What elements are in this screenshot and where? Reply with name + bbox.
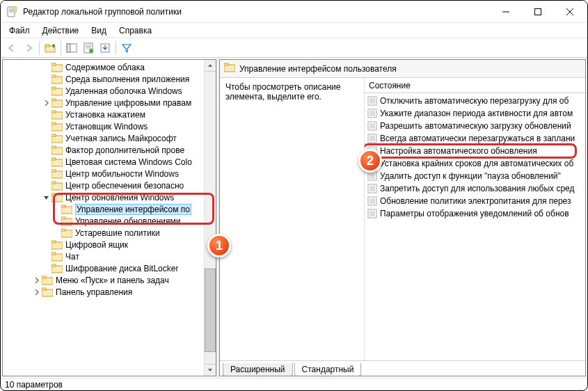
minimize-button[interactable] [490,1,522,22]
tree-toggle-empty [42,240,51,250]
list-item[interactable]: Отключить автоматическую перезагрузку дл… [365,95,585,107]
tree-item-label: Чат [65,252,79,262]
tree-row[interactable]: Цифровой ящик [3,239,216,250]
policy-icon [367,196,377,206]
content-title: Управление интерфейсом пользователя [239,64,397,74]
properties-button[interactable] [80,40,97,56]
content-pane: Управление интерфейсом пользователя Чтоб… [219,59,586,376]
tree-item-label: Центр обновления Windows [65,193,174,202]
forward-button[interactable] [20,40,37,56]
tree-toggle-empty [42,110,51,120]
tree-row[interactable]: Меню «Пуск» и панель задач [3,274,216,286]
settings-list[interactable]: Отключить автоматическую перезагрузку дл… [365,93,585,221]
tree[interactable]: Содержимое облакаСреда выполнения прилож… [3,60,216,376]
tree-item-label: Учетная запись Майкрософт [65,134,177,143]
list-item[interactable]: Удалить доступ к функции "пауза обновлен… [365,170,585,182]
chevron-right-icon[interactable] [32,276,42,285]
tree-row[interactable]: Панель управления [3,286,216,298]
tree-item-label: Цифровой ящик [65,240,128,250]
tree-row[interactable]: Шифрование диска BitLocker [3,262,216,274]
close-button[interactable] [554,1,586,22]
list-item[interactable]: Параметры отображения уведомлений об обн… [365,207,585,220]
tree-toggle-empty [42,157,51,167]
chevron-right-icon[interactable] [32,287,42,297]
tree-row[interactable]: Устаревшие политики [3,227,216,239]
list-item-label: Настройка автоматического обновления [380,146,537,156]
svg-rect-42 [51,193,56,196]
folder-icon [51,74,63,84]
tree-row[interactable]: Фактор дополнительной прове [3,144,216,156]
tree-row[interactable]: Центр обеспечения безопасно [3,179,216,191]
list-item-label: Обновление политики электропитания для п… [380,196,571,206]
tree-item-label: Управление цифровыми правам [65,98,191,108]
svg-rect-10 [45,45,49,47]
policy-icon [367,159,377,168]
up-button[interactable] [42,40,58,56]
svg-rect-38 [51,170,56,172]
tree-row[interactable]: Среда выполнения приложения [3,73,216,85]
tree-toggle-empty [42,63,51,72]
tree-row[interactable]: Центр обновления Windows [3,191,216,203]
svg-rect-76 [368,134,376,143]
main-area: Содержимое облакаСреда выполнения прилож… [1,58,587,378]
list-header[interactable]: Состояние [365,78,585,93]
list-item-label: Отключить автоматическую перезагрузку дл… [380,96,569,106]
chevron-down-icon[interactable] [42,193,51,202]
toolbar-separator [61,41,61,55]
menu-help[interactable]: Справка [113,24,157,37]
chevron-right-icon[interactable] [42,98,51,108]
svg-rect-52 [51,253,56,255]
folder-icon [51,181,63,191]
svg-rect-56 [42,276,46,278]
filter-button[interactable] [118,40,135,56]
folder-icon [224,63,235,74]
tree-row[interactable]: Управление обновлениями, [3,215,216,227]
folder-icon [61,216,72,226]
tree-row[interactable]: Управление цифровыми правам [3,97,216,109]
tree-row[interactable]: Чат [3,250,216,262]
tab-standard[interactable]: Стандартный [294,363,362,376]
list-item[interactable]: Обновление политики электропитания для п… [365,195,585,207]
back-button[interactable] [3,40,20,56]
list-item[interactable]: Разрешить автоматическую загрузку обновл… [365,120,585,132]
tree-row[interactable]: Установка нажатием [3,109,216,120]
menubar: Файл Действие Вид Справка [1,23,587,38]
svg-rect-48 [61,229,65,231]
tree-item-label: Центр обеспечения безопасно [65,181,184,191]
show-hide-tree-button[interactable] [63,40,80,56]
folder-icon [51,264,63,273]
list-item[interactable]: Укажите диапазон периода активности для … [365,107,585,120]
svg-rect-81 [368,147,376,155]
svg-rect-86 [368,159,376,168]
tree-row[interactable]: Учетная запись Майкрософт [3,132,216,144]
list-column: Состояние Отключить автоматическую перез… [365,78,585,360]
menu-file[interactable]: Файл [3,24,35,37]
tree-item-label: Панель управления [56,287,132,297]
tree-row[interactable]: Управление интерфейсом по [3,203,216,215]
tree-row[interactable]: Цветовая система Windows Colo [3,156,216,168]
list-item[interactable]: Всегда автоматически перезагружаться в з… [365,132,585,145]
menu-action[interactable]: Действие [37,24,85,37]
tree-item-label: Содержимое облака [65,63,145,72]
svg-rect-32 [51,134,56,136]
list-item[interactable]: Запретить доступ для использования любых… [365,182,585,195]
folder-icon [51,122,63,131]
tree-row[interactable]: Содержимое облака [3,61,216,73]
export-list-button[interactable] [97,40,113,56]
tree-row[interactable]: Центр мобильности Windows [3,168,216,179]
policy-icon [367,134,377,143]
folder-icon [51,110,63,120]
svg-rect-34 [51,146,56,148]
maximize-button[interactable] [522,1,554,22]
policy-icon [367,146,377,156]
list-item[interactable]: Настройка автоматического обновления [365,145,585,157]
list-item-label: Укажите диапазон периода активности для … [380,109,573,118]
svg-rect-54 [51,264,56,266]
tree-item-label: Среда выполнения приложения [65,74,189,84]
tree-row[interactable]: Удаленная оболочка Windows [3,85,216,97]
menu-view[interactable]: Вид [86,24,112,37]
tree-row[interactable]: Установщик Windows [3,120,216,132]
tree-scrollbar[interactable] [204,60,216,376]
list-item[interactable]: Установка крайних сроков для автоматичес… [365,157,585,170]
tab-extended[interactable]: Расширенный [223,363,293,376]
